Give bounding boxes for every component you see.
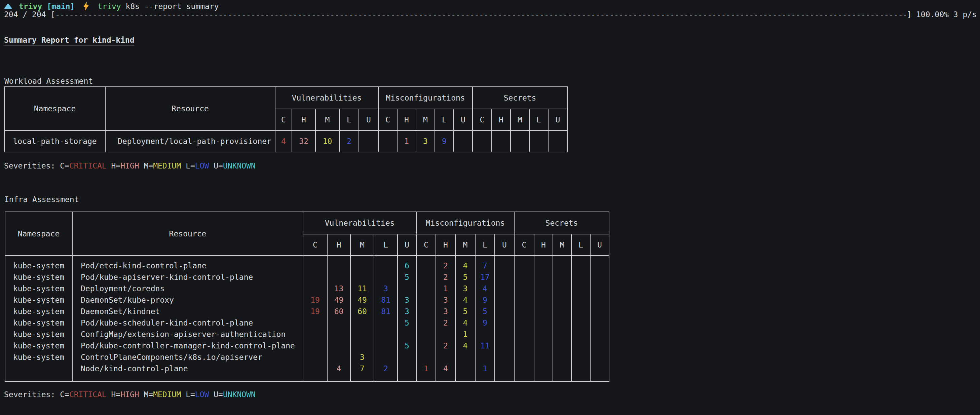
cell-vuln-low: 2 bbox=[339, 130, 359, 152]
cell-vuln-high bbox=[328, 271, 350, 283]
cell-misconfig-low: 5 bbox=[476, 306, 494, 317]
cell-vuln-critical bbox=[303, 340, 327, 351]
cell-misconfig-unknown bbox=[495, 363, 514, 374]
col-header-critical: C bbox=[514, 234, 534, 256]
cell-resource: Deployment/coredns bbox=[73, 283, 303, 294]
cell-secrets-high bbox=[535, 329, 552, 340]
cell-vuln-critical bbox=[303, 271, 327, 283]
cell-vuln-high: 32 bbox=[292, 130, 315, 152]
col-header-unknown: U bbox=[398, 234, 416, 256]
col-header-unknown: U bbox=[590, 234, 609, 256]
cell-secrets-low bbox=[572, 317, 590, 329]
cell-misconfig-critical bbox=[417, 340, 436, 351]
cell-vuln-medium: 3 bbox=[351, 351, 374, 363]
progress-bar: ----------------------------------------… bbox=[55, 10, 907, 19]
cell-secrets-high bbox=[535, 317, 552, 329]
cell-secrets-critical bbox=[473, 130, 492, 152]
cell-misconfig-critical bbox=[379, 130, 397, 152]
cell-secrets-critical bbox=[515, 329, 534, 340]
col-misconfig-low: 7174959111 bbox=[475, 256, 495, 382]
infra-table-body: kube-systemkube-systemkube-systemkube-sy… bbox=[5, 256, 609, 382]
cell-namespace: kube-system bbox=[5, 294, 72, 306]
cell-misconfig-low bbox=[476, 329, 494, 340]
workload-header-secrets: Secrets bbox=[473, 87, 567, 109]
legend-medium: MEDIUM bbox=[153, 161, 181, 170]
cell-secrets-high bbox=[535, 271, 552, 283]
cell-secrets-critical bbox=[515, 317, 534, 329]
cell-misconfig-critical bbox=[417, 306, 436, 317]
cell-vuln-unknown bbox=[398, 363, 416, 374]
col-header-low: L bbox=[339, 109, 359, 130]
col-header-high: H bbox=[492, 109, 511, 130]
cell-secrets-high bbox=[492, 130, 511, 152]
cell-misconfig-medium: 3 bbox=[456, 283, 475, 294]
cell-misconfig-unknown bbox=[495, 306, 514, 317]
workload-header-misconfigurations: Misconfigurations bbox=[379, 87, 473, 109]
col-header-critical: C bbox=[473, 109, 492, 130]
cell-vuln-low bbox=[374, 340, 397, 351]
col-vuln-medium: 11496037 bbox=[350, 256, 374, 382]
cell-misconfig-critical: 1 bbox=[417, 363, 436, 374]
cell-misconfig-unknown bbox=[495, 329, 514, 340]
cell-vuln-high bbox=[328, 260, 350, 271]
infra-section-title: Infra Assessment bbox=[4, 195, 79, 204]
cell-secrets-medium bbox=[553, 340, 571, 351]
cell-secrets-low bbox=[572, 363, 590, 374]
terminal[interactable]: { "colors": { "sev-critical": "#b44b42",… bbox=[0, 0, 980, 415]
cell-secrets-low bbox=[529, 130, 548, 152]
cell-namespace: kube-system bbox=[5, 306, 72, 317]
cell-misconfig-high: 1 bbox=[436, 283, 455, 294]
cell-secrets-low bbox=[572, 329, 590, 340]
cell-secrets-medium bbox=[553, 306, 571, 317]
cell-vuln-medium bbox=[351, 260, 374, 271]
col-namespaces: kube-systemkube-systemkube-systemkube-sy… bbox=[5, 256, 72, 382]
cell-namespace bbox=[5, 363, 72, 374]
infra-header-resource: Resource bbox=[72, 212, 303, 256]
cell-misconfig-low: 17 bbox=[476, 271, 494, 283]
cell-vuln-low bbox=[374, 329, 397, 340]
cell-secrets-critical bbox=[515, 271, 534, 283]
cell-secrets-medium bbox=[553, 363, 571, 374]
cell-vuln-high: 49 bbox=[328, 294, 350, 306]
cell-secrets-medium bbox=[553, 294, 571, 306]
cell-vuln-unknown: 5 bbox=[398, 340, 416, 351]
cell-secrets-critical bbox=[515, 260, 534, 271]
cell-vuln-low bbox=[374, 260, 397, 271]
cell-misconfig-medium: 3 bbox=[416, 130, 435, 152]
cell-vuln-high bbox=[328, 329, 350, 340]
cell-secrets-unknown bbox=[590, 317, 609, 329]
cell-secrets-low bbox=[572, 260, 590, 271]
col-misconfig-high: 22133224 bbox=[436, 256, 455, 382]
col-secrets-unknown bbox=[590, 256, 609, 382]
cell-vuln-critical bbox=[303, 283, 327, 294]
infra-header-vulnerabilities: Vulnerabilities bbox=[303, 212, 416, 234]
cell-secrets-medium bbox=[553, 317, 571, 329]
cell-misconfig-low: 9 bbox=[476, 294, 494, 306]
cell-resource: DaemonSet/kindnet bbox=[73, 306, 303, 317]
cell-vuln-unknown: 3 bbox=[398, 306, 416, 317]
legend-key: C= bbox=[60, 390, 69, 399]
legend-key: U= bbox=[213, 161, 223, 170]
legend-critical: CRITICAL bbox=[69, 161, 107, 170]
cell-vuln-unknown: 5 bbox=[398, 271, 416, 283]
cell-vuln-low: 2 bbox=[374, 363, 397, 374]
cell-misconfig-medium bbox=[456, 351, 475, 363]
workload-section-title: Workload Assessment bbox=[4, 77, 93, 86]
cell-secrets-critical bbox=[515, 306, 534, 317]
cell-vuln-high bbox=[328, 340, 350, 351]
cell-vuln-medium: 7 bbox=[351, 363, 374, 374]
cell-vuln-low bbox=[374, 351, 397, 363]
cell-misconfig-critical bbox=[417, 283, 436, 294]
cell-secrets-medium bbox=[553, 329, 571, 340]
col-header-high: H bbox=[327, 234, 350, 256]
severity-legend: Severities: C=CRITICAL H=HIGH M=MEDIUM L… bbox=[4, 161, 256, 170]
cell-misconfig-low: 4 bbox=[476, 283, 494, 294]
cell-secrets-high bbox=[535, 351, 552, 363]
col-secrets-medium bbox=[553, 256, 571, 382]
cell-misconfig-unknown bbox=[495, 283, 514, 294]
cell-secrets-low bbox=[572, 306, 590, 317]
col-header-unknown: U bbox=[548, 109, 567, 130]
cell-vuln-medium bbox=[351, 329, 374, 340]
col-secrets-low bbox=[571, 256, 590, 382]
cell-misconfig-unknown bbox=[495, 317, 514, 329]
